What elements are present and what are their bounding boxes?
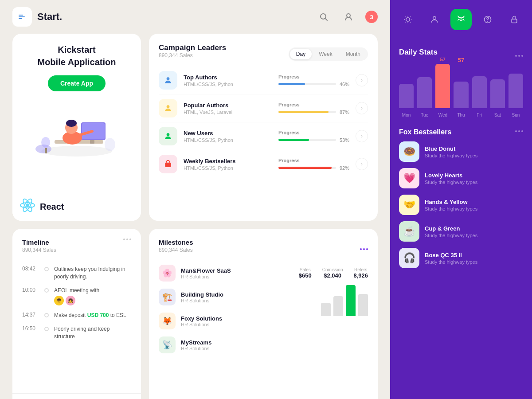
menu-icon[interactable] [12, 7, 32, 27]
tl-avatars: 👦 👧 [54, 296, 99, 305]
milestones-bottom: 🏗️ Building Studio HR Solutions 🦊 Foxy S… [159, 285, 368, 357]
tl-dot [44, 313, 49, 317]
svg-point-35 [487, 21, 488, 22]
campaign-row: Popular Authors HTML, VueJS, Laravel Pro… [159, 94, 368, 122]
user-icon[interactable] [340, 9, 356, 25]
tl-text: AEOL meeting with [54, 287, 99, 294]
sidebar-icon-fox[interactable] [450, 9, 472, 30]
sidebar-icon-person[interactable] [424, 9, 445, 30]
svg-point-6 [41, 146, 112, 156]
chart-bar-highlight [435, 64, 450, 108]
fox-bestsellers-menu[interactable] [515, 130, 523, 132]
sidebar-icon-bulb[interactable] [397, 9, 419, 30]
row-sub: HTML/CSS/JS, Python [184, 165, 278, 171]
row-chevron[interactable]: › [356, 102, 368, 114]
fox-item-name: Blue Donut [425, 145, 523, 152]
fox-item-sub: Study the highway types [425, 233, 523, 238]
react-badge: React [12, 193, 141, 221]
tab-month[interactable]: Month [340, 49, 367, 59]
ms-icon: 🏗️ [159, 289, 176, 305]
svg-point-32 [459, 18, 461, 20]
ms-icon: 🌸 [159, 265, 176, 282]
campaign-title: Campaign Leaders [159, 43, 226, 52]
timeline-menu[interactable] [123, 239, 131, 240]
chart-day-label: Sat [490, 113, 505, 117]
react-logo-icon [20, 197, 35, 216]
milestones-menu[interactable] [360, 248, 368, 250]
fox-item-info: Cup & Green Study the highway types [425, 225, 523, 238]
ms-icon: 🦊 [159, 313, 176, 329]
create-app-button[interactable]: Create App [48, 75, 106, 91]
ms-stat-sales: Sales $650 [299, 267, 312, 279]
timeline-subtitle: 890,344 Sales [22, 247, 56, 253]
row-chevron[interactable]: › [356, 158, 368, 170]
chart-day-label: Fri [472, 113, 487, 117]
ms-name: Man&Flower SaaS [181, 267, 299, 274]
chart-bar-wrap [509, 66, 523, 108]
sidebar-icon-question[interactable] [477, 9, 498, 30]
svg-line-4 [325, 19, 327, 20]
svg-rect-1 [19, 16, 25, 17]
chart-bar [490, 79, 505, 108]
progress-fill [278, 111, 329, 113]
sidebar-icon-lock[interactable] [504, 9, 525, 30]
row-chevron[interactable]: › [356, 130, 368, 142]
notification-badge[interactable]: 3 [365, 11, 378, 23]
daily-stats-menu[interactable] [515, 55, 523, 57]
row-name: Popular Authors [184, 102, 278, 109]
avatar: 👧 [66, 296, 75, 305]
row-chevron[interactable]: › [356, 74, 368, 86]
timeline-item: 08:42 Outlines keep you Indulging in poo… [22, 266, 131, 281]
search-icon[interactable] [316, 9, 332, 25]
progress-bar-wrap: 53% [278, 137, 349, 143]
campaign-row: Weekly Bestsellers HTML/CSS/JS, Python P… [159, 150, 368, 178]
fox-item: 🎧 Bose QC 35 II Study the highway types [399, 248, 523, 268]
timeline-list: 08:42 Outlines keep you Indulging in poo… [22, 266, 131, 340]
tab-day[interactable]: Day [290, 49, 312, 59]
row-name: New Users [184, 130, 278, 137]
row-name: Top Authors [184, 74, 278, 81]
tl-dot [44, 288, 49, 293]
timeline-item: 10:00 AEOL meeting with 👦 👧 [22, 287, 131, 306]
tl-dot [44, 267, 49, 271]
content-grid: KickstartMobile Application Create App [0, 34, 390, 399]
svg-point-31 [433, 16, 436, 20]
row-icon [159, 127, 177, 145]
milestones-card: Milestones 890,344 Sales 🌸 Man&Flower Sa… [149, 229, 378, 399]
progress-fill [278, 167, 332, 169]
chart-day-label: Wed [435, 113, 450, 117]
right-sidebar: Daily Stats 57 57 MonTueWedThuFriSatSun … [390, 0, 532, 399]
progress-bar [278, 111, 336, 113]
timeline-item: 14:37 Make deposit USD 700 to ESL [22, 312, 131, 319]
react-label: React [40, 202, 64, 212]
chart-bar-wrap: 57 [435, 57, 450, 108]
tl-time: 08:42 [22, 266, 39, 281]
fox-item-info: Lovely Hearts Study the highway types [425, 172, 523, 185]
fox-bestsellers-title: Fox Bestsellers [399, 128, 451, 136]
chart-bar [454, 82, 468, 108]
row-icon [159, 155, 177, 173]
sidebar-main-content: Daily Stats 57 57 MonTueWedThuFriSatSun … [390, 39, 532, 283]
campaign-header: Campaign Leaders 890,344 Sales Day Week … [159, 43, 368, 65]
chart-bar-wrap [454, 74, 468, 108]
tab-week[interactable]: Week [313, 49, 338, 59]
ms-name: Foxy Solutions [181, 315, 314, 322]
fox-item-info: Bose QC 35 II Study the highway types [425, 252, 523, 265]
timeline-title: Timeline [22, 239, 56, 246]
fox-item-image: 🍩 [399, 141, 419, 162]
fox-item-image: 💗 [399, 168, 419, 188]
milestones-title: Milestones [159, 239, 193, 246]
chart-bar-wrap [490, 72, 505, 108]
chart-bar [358, 294, 368, 316]
ms-sub: HR Solutions [181, 322, 314, 327]
milestone-row-mystreams: 📡 MyStreams HR Solutions [159, 333, 314, 357]
row-icon [159, 99, 177, 117]
svg-point-23 [167, 105, 170, 108]
milestones-subtitle: 890,344 Sales [159, 247, 193, 253]
kickstart-title: KickstartMobile Application [37, 43, 116, 68]
campaign-rows: Top Authors HTML/CSS/JS, Python Progress… [159, 66, 368, 178]
fox-item-image: 🤝 [399, 195, 419, 215]
fox-item: ☕ Cup & Green Study the highway types [399, 221, 523, 242]
svg-rect-2 [19, 18, 22, 19]
progress-pct: 53% [340, 137, 349, 143]
